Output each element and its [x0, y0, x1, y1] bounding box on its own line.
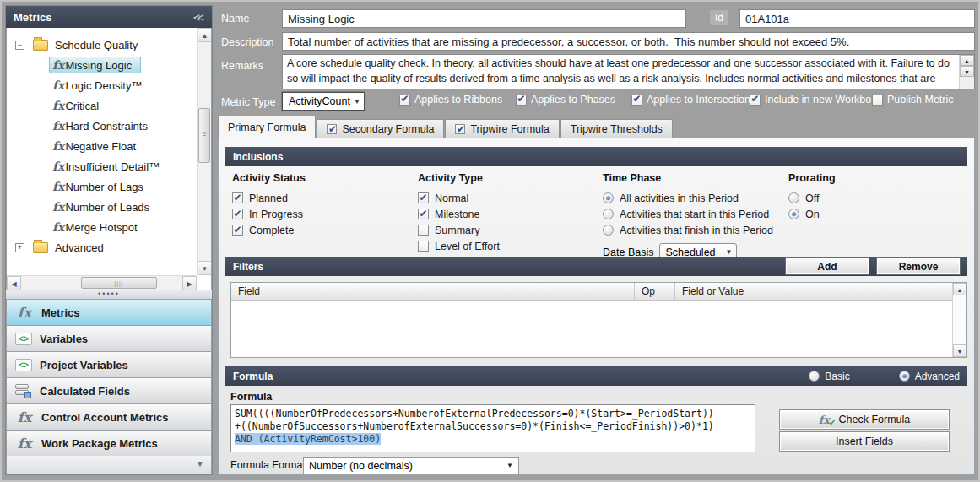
applies-to-ribbons-checkbox[interactable]: Applies to Ribbons: [399, 94, 502, 106]
tab-label: Tripwire Thresholds: [571, 123, 663, 135]
checkbox-icon[interactable]: [232, 192, 243, 203]
tab-tripwire-thresholds[interactable]: Tripwire Thresholds: [560, 119, 673, 138]
radio-icon[interactable]: [788, 209, 799, 219]
applies-to-intersection-checkbox[interactable]: Applies to Intersection: [631, 94, 750, 106]
checkbox-icon[interactable]: [516, 95, 527, 106]
scroll-up-icon[interactable]: ▲: [960, 55, 974, 66]
sidebar-item-variables[interactable]: <> Variables: [6, 325, 212, 351]
radio-icon[interactable]: [603, 225, 614, 236]
checkbox-icon[interactable]: [872, 95, 883, 106]
formula-format-dropdown[interactable]: Number (no decimals) ▼: [303, 457, 519, 474]
remove-filter-button[interactable]: Remove: [877, 258, 960, 274]
milestone-checkbox[interactable]: Milestone: [418, 206, 500, 222]
tree-horizontal-scrollbar[interactable]: ◀ |||| ▶: [7, 275, 197, 290]
scroll-left-icon[interactable]: ◀: [7, 276, 21, 290]
tree-item[interactable]: fxCritical: [7, 95, 211, 116]
advanced-radio[interactable]: [899, 371, 910, 382]
tab-tripwire-formula[interactable]: Tripwire Formula: [445, 119, 559, 138]
tree-item[interactable]: fxHard Constraints: [7, 116, 211, 136]
tree-folder-advanced[interactable]: + Advanced: [7, 237, 211, 257]
checkbox-icon[interactable]: [418, 192, 429, 203]
tree-item[interactable]: fxMerge Hotspot: [7, 217, 211, 237]
primary-formula-panel: Inclusions Activity Status Planned In Pr…: [218, 138, 975, 475]
sidebar-item-calculated-fields[interactable]: Calculated Fields: [6, 377, 212, 403]
scroll-up-icon[interactable]: ▲: [198, 28, 212, 42]
scroll-up-icon[interactable]: ▲: [953, 283, 966, 295]
section-title: Formula: [233, 371, 273, 382]
remarks-scrollbar[interactable]: ▲ ▼: [959, 55, 974, 89]
level-of-effort-checkbox[interactable]: Level of Effort: [418, 238, 500, 254]
radio-icon[interactable]: [788, 192, 799, 203]
checkbox-icon[interactable]: [327, 124, 337, 134]
prorating-on-radio[interactable]: On: [788, 206, 836, 222]
add-filter-button[interactable]: Add: [786, 258, 869, 274]
tree-item-label: Number of Lags: [65, 181, 143, 193]
in-progress-checkbox[interactable]: In Progress: [232, 206, 306, 222]
expand-expander-icon[interactable]: +: [15, 243, 24, 252]
prorating-off-radio[interactable]: Off: [788, 190, 836, 206]
tree-folder-schedule-quality[interactable]: − Schedule Quality: [7, 35, 211, 55]
tree-vertical-scrollbar[interactable]: ▲ ▼: [197, 28, 211, 275]
folder-icon: [33, 40, 48, 51]
scroll-down-icon[interactable]: ▼: [960, 66, 974, 77]
check-formula-button[interactable]: fx✔ Check Formula: [780, 410, 949, 429]
tree-item-selected[interactable]: fxMissing Logic: [49, 57, 141, 73]
checkbox-icon[interactable]: [232, 209, 243, 219]
radio-icon[interactable]: [603, 192, 614, 203]
checkbox-icon[interactable]: [399, 95, 410, 106]
tree-item-label: Missing Logic: [65, 59, 132, 72]
sidebar-item-work-package-metrics[interactable]: fx Work Package Metrics: [6, 430, 212, 456]
checkbox-icon[interactable]: [418, 241, 429, 252]
metric-type-dropdown[interactable]: ActivityCount ▼: [282, 92, 365, 111]
publish-metric-checkbox[interactable]: Publish Metric: [872, 94, 954, 106]
name-input[interactable]: [282, 9, 686, 28]
tree-item[interactable]: fxNumber of Lags: [7, 176, 211, 197]
auto-hide-pin-icon[interactable]: ≪: [192, 11, 204, 24]
activities-start-radio[interactable]: Activities that start in this Period: [603, 206, 773, 222]
checkbox-icon[interactable]: [455, 124, 465, 134]
tree-item[interactable]: fxLogic Density™: [7, 75, 211, 95]
scroll-down-icon[interactable]: ▼: [198, 261, 212, 275]
checkbox-icon[interactable]: [418, 225, 429, 236]
filters-scrollbar[interactable]: ▲ ▼: [952, 283, 966, 357]
sidebar-item-metrics[interactable]: fx Metrics: [6, 299, 212, 325]
checkbox-icon[interactable]: [418, 209, 429, 219]
scroll-right-icon[interactable]: ▶: [182, 276, 197, 290]
scroll-down-icon[interactable]: ▼: [953, 344, 966, 357]
formula-header: Formula Basic Advanced: [225, 366, 967, 386]
normal-checkbox[interactable]: Normal: [418, 190, 500, 206]
nav-label: Control Account Metrics: [41, 411, 168, 424]
chevron-down-icon[interactable]: ▼: [196, 459, 204, 468]
filters-header: Filters Add Remove: [225, 257, 967, 276]
checkbox-icon[interactable]: [232, 225, 243, 236]
insert-fields-button[interactable]: Insert Fields: [780, 432, 949, 451]
tree-item[interactable]: fxMissing Logic: [7, 55, 211, 75]
applies-to-phases-checkbox[interactable]: Applies to Phases: [516, 94, 615, 106]
description-input[interactable]: [282, 32, 975, 51]
remarks-input[interactable]: A core schedule quality check. In theory…: [282, 54, 975, 89]
tree-item[interactable]: fxInsufficient Detail™: [7, 156, 211, 176]
checkbox-icon[interactable]: [750, 95, 761, 106]
scrollbar-thumb[interactable]: ||||: [81, 277, 157, 289]
include-in-new-workbook-checkbox[interactable]: Include in new Workbook: [750, 94, 871, 106]
scrollbar-thumb[interactable]: [198, 108, 210, 163]
formula-input[interactable]: SUM((((NumberOfPredecessors+NumberofExte…: [230, 404, 755, 452]
tree-item-label: Hard Constraints: [65, 120, 148, 133]
all-activities-radio[interactable]: All activities in this Period: [603, 190, 773, 206]
summary-checkbox[interactable]: Summary: [418, 222, 500, 238]
checkbox-icon[interactable]: [631, 95, 642, 106]
activities-finish-radio[interactable]: Activities that finish in this Period: [603, 222, 773, 238]
tab-primary-formula[interactable]: Primary Formula: [218, 116, 316, 138]
radio-icon[interactable]: [603, 209, 614, 219]
basic-radio[interactable]: [809, 371, 820, 382]
tree-item[interactable]: fxNegative Float: [7, 136, 211, 156]
tree-item[interactable]: fxNumber of Leads: [7, 197, 211, 217]
complete-checkbox[interactable]: Complete: [232, 222, 306, 238]
sidebar-item-control-account-metrics[interactable]: fx Control Account Metrics: [6, 403, 212, 430]
tab-secondary-formula[interactable]: Secondary Formula: [317, 119, 444, 138]
planned-checkbox[interactable]: Planned: [232, 190, 306, 206]
sidebar-splitter[interactable]: •••••: [6, 290, 212, 299]
id-input[interactable]: [739, 9, 975, 28]
sidebar-item-project-variables[interactable]: <> Project Variables: [6, 351, 212, 377]
collapse-expander-icon[interactable]: −: [15, 41, 24, 50]
